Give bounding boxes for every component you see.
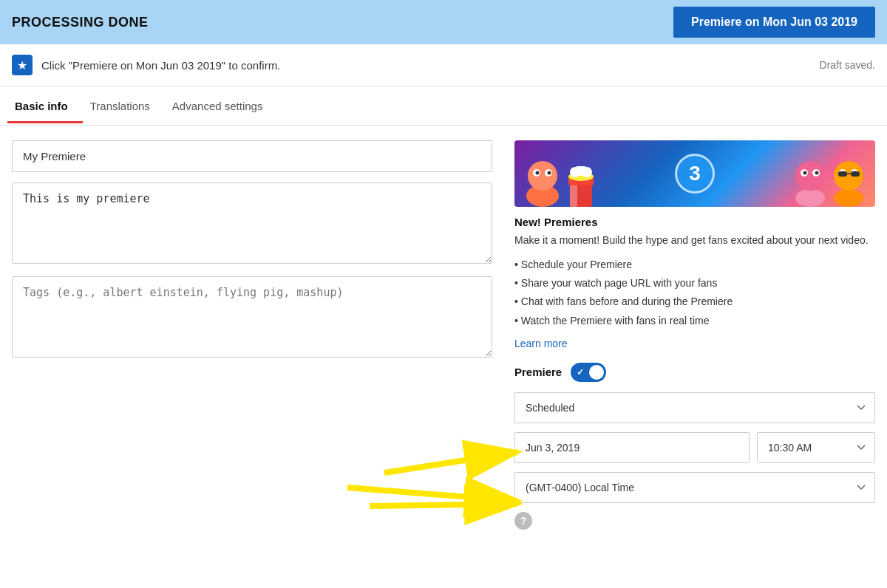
svg-point-19	[803, 171, 807, 175]
premieres-desc: Make it a moment! Build the hype and get…	[514, 233, 875, 248]
bullet-2: • Share your watch page URL with your fa…	[514, 274, 875, 293]
schedule-select-row: Scheduled Immediately Private	[514, 392, 875, 423]
svg-point-14	[580, 166, 588, 174]
bullet-4: • Watch the Premiere with fans in real t…	[514, 312, 875, 330]
premiere-banner: 3	[514, 140, 875, 207]
tab-basic-info[interactable]: Basic info	[7, 86, 83, 125]
right-column: 3	[514, 140, 875, 530]
help-icon[interactable]: ?	[514, 512, 532, 530]
time-select[interactable]: 10:30 AM 11:00 AM 11:30 AM	[757, 432, 875, 463]
banner-number: 3	[675, 154, 715, 194]
svg-point-5	[548, 171, 551, 175]
tab-advanced-settings[interactable]: Advanced settings	[165, 86, 278, 125]
svg-point-21	[834, 189, 863, 207]
notification-bar: ★ Click "Premiere on Mon Jun 03 2019" to…	[0, 44, 887, 86]
star-icon: ★	[12, 55, 33, 75]
premieres-title: New! Premieres	[514, 216, 875, 228]
learn-more-link[interactable]: Learn more	[514, 338, 875, 349]
bullet-3: • Chat with fans before and during the P…	[514, 293, 875, 311]
svg-point-4	[536, 171, 540, 175]
date-time-row: 10:30 AM 11:00 AM 11:30 AM	[514, 432, 875, 463]
tags-input[interactable]	[12, 276, 492, 358]
svg-point-15	[795, 189, 825, 207]
main-content: This is my premiere	[0, 126, 887, 544]
left-column: This is my premiere	[12, 140, 514, 530]
premiere-button[interactable]: Premiere on Mon Jun 03 2019	[673, 7, 875, 38]
bullet-1: • Schedule your Premiere	[514, 256, 875, 274]
premiere-toggle-row: Premiere ✓	[514, 363, 875, 382]
svg-rect-27	[838, 171, 847, 177]
toggle-knob	[589, 365, 604, 380]
processing-done-label: PROCESSING DONE	[12, 15, 149, 30]
timezone-select[interactable]: (GMT-0400) Local Time (GMT-0500) Eastern…	[514, 472, 875, 503]
tabs-bar: Basic info Translations Advanced setting…	[0, 86, 887, 126]
draft-saved-label: Draft saved.	[820, 59, 875, 71]
schedule-select[interactable]: Scheduled Immediately Private	[514, 392, 875, 423]
bullet-list: • Schedule your Premiere • Share your wa…	[514, 256, 875, 330]
svg-point-1	[528, 161, 557, 191]
premiere-toggle[interactable]: ✓	[571, 363, 606, 382]
svg-point-20	[815, 171, 819, 175]
title-input[interactable]	[12, 140, 492, 172]
date-input[interactable]	[514, 432, 750, 463]
tab-translations[interactable]: Translations	[83, 86, 165, 125]
toggle-check-icon: ✓	[577, 367, 584, 377]
notification-text: Click "Premiere on Mon Jun 03 2019" to c…	[41, 59, 280, 72]
premiere-label: Premiere	[514, 366, 562, 378]
description-input[interactable]: This is my premiere	[12, 182, 492, 264]
svg-rect-28	[851, 171, 860, 177]
top-bar: PROCESSING DONE Premiere on Mon Jun 03 2…	[0, 0, 887, 44]
notification-left: ★ Click "Premiere on Mon Jun 03 2019" to…	[12, 55, 280, 75]
svg-point-16	[795, 161, 825, 191]
